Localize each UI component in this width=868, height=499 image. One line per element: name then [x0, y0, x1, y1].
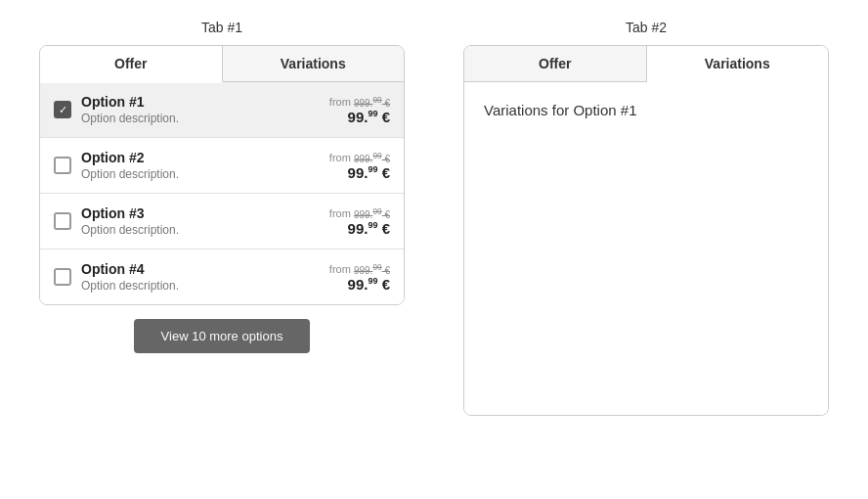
option-name-2: Option #2: [81, 150, 320, 165]
price-from-2: from 999.99 €: [329, 150, 390, 163]
option-info-2: Option #2 Option description.: [81, 150, 320, 181]
price-main-3: 99.99 €: [329, 220, 390, 237]
tab1-offer-content: ✓ Option #1 Option description. from 999…: [40, 82, 404, 304]
view-more-wrapper: View 10 more options: [134, 319, 311, 353]
option-price-1: from 999.99 € 99.99 €: [329, 94, 390, 124]
option-name-3: Option #3: [81, 205, 320, 221]
price-main-4: 99.99 €: [329, 276, 390, 293]
option-checkbox-1[interactable]: ✓: [54, 101, 71, 118]
tab2-variations-tab[interactable]: Variations: [647, 46, 829, 83]
tab2-offer-tab[interactable]: Offer: [464, 46, 647, 81]
tab1-offer-tab[interactable]: Offer: [40, 46, 223, 83]
option-checkbox-4[interactable]: [54, 268, 71, 286]
tab1-title: Tab #1: [201, 20, 242, 35]
check-icon: ✓: [59, 105, 67, 115]
tab2-tab-header: Offer Variations: [464, 46, 828, 82]
option-item-1[interactable]: ✓ Option #1 Option description. from 999…: [40, 82, 404, 138]
option-checkbox-2[interactable]: [54, 157, 71, 174]
tab2-title: Tab #2: [626, 20, 667, 35]
tab1-variations-tab[interactable]: Variations: [223, 46, 405, 81]
price-from-3: from 999.99 €: [329, 205, 390, 219]
option-item-2[interactable]: Option #2 Option description. from 999.9…: [40, 138, 404, 194]
option-price-2: from 999.99 € 99.99 €: [329, 150, 390, 180]
option-name-4: Option #4: [81, 261, 320, 277]
tab2-variations-content: Variations for Option #1: [464, 82, 828, 415]
tab2-panel: Offer Variations Variations for Option #…: [463, 45, 829, 416]
option-item-3[interactable]: Option #3 Option description. from 999.9…: [40, 194, 404, 250]
option-info-1: Option #1 Option description.: [81, 94, 320, 125]
price-from-4: from 999.99 €: [329, 261, 390, 275]
tab1-panel: Offer Variations ✓ Option #1 Option desc…: [39, 45, 405, 305]
tab1-section: Tab #1 Offer Variations ✓ Option #1 Opti…: [39, 20, 405, 353]
tab1-tab-header: Offer Variations: [40, 46, 404, 82]
price-from-1: from 999.99 €: [329, 94, 390, 108]
option-desc-4: Option description.: [81, 279, 320, 293]
tab2-section: Tab #2 Offer Variations Variations for O…: [463, 20, 829, 416]
option-info-3: Option #3 Option description.: [81, 205, 320, 237]
option-desc-3: Option description.: [81, 223, 320, 237]
price-main-1: 99.99 €: [329, 109, 390, 125]
price-main-2: 99.99 €: [329, 164, 390, 181]
variations-text: Variations for Option #1: [484, 102, 636, 118]
option-info-4: Option #4 Option description.: [81, 261, 320, 293]
option-desc-2: Option description.: [81, 167, 320, 181]
view-more-button[interactable]: View 10 more options: [134, 319, 311, 353]
option-item-4[interactable]: Option #4 Option description. from 999.9…: [40, 250, 404, 304]
option-desc-1: Option description.: [81, 112, 320, 125]
option-price-3: from 999.99 € 99.99 €: [329, 205, 390, 236]
option-checkbox-3[interactable]: [54, 212, 71, 230]
option-price-4: from 999.99 € 99.99 €: [329, 261, 390, 292]
option-name-1: Option #1: [81, 94, 320, 110]
